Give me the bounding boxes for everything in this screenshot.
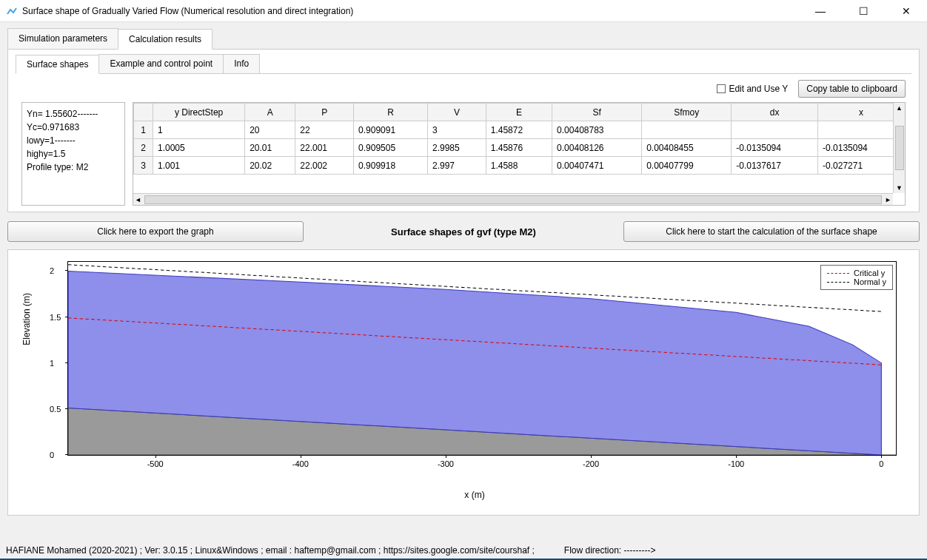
scroll-up-icon[interactable]: ▲ (894, 103, 904, 113)
table-row[interactable]: 1120220.90909131.458720.00408783 (134, 121, 905, 139)
table-cell[interactable]: 22.001 (295, 139, 354, 157)
chart-area: Elevation (m) Critical y Normal y 00.511… (45, 261, 904, 470)
table-cell[interactable]: 0.909918 (354, 157, 428, 175)
table-cell[interactable]: 3 (428, 121, 486, 139)
table-cell[interactable]: 0.00408783 (552, 121, 642, 139)
chart-toolbar: Click here to export the graph Surface s… (7, 221, 920, 242)
chart-svg (68, 262, 896, 455)
start-calculation-button[interactable]: Click here to start the calculation of t… (623, 221, 920, 242)
table-cell[interactable]: 1 (134, 121, 153, 139)
table-cell[interactable] (732, 121, 818, 139)
chart-title: Surface shapes of gvf (type M2) (311, 226, 616, 237)
col-header[interactable]: A (245, 104, 295, 121)
table-cell[interactable]: -0.0135094 (732, 139, 818, 157)
table-cell[interactable]: -0.0135094 (818, 139, 905, 157)
edit-use-y-checkbox[interactable]: Edit and Use Y (717, 84, 788, 94)
y-tick: 2 (50, 266, 54, 275)
chart-panel: Elevation (m) Critical y Normal y 00.511… (7, 249, 920, 516)
window-buttons: — ☐ ✕ (806, 1, 921, 21)
table-cell[interactable]: 1.4588 (486, 157, 552, 175)
legend-label: Normal y (854, 277, 886, 286)
table-cell[interactable]: 0.00407471 (552, 157, 642, 175)
tab-calculation-results[interactable]: Calculation results (118, 29, 212, 50)
col-header[interactable]: Sfmoy (642, 104, 732, 121)
col-header[interactable]: V (428, 104, 486, 121)
app-icon (6, 5, 18, 17)
x-tick: -500 (147, 459, 164, 468)
table-cell[interactable]: 1.001 (153, 157, 245, 175)
col-header[interactable]: x (818, 104, 905, 121)
scroll-left-icon[interactable]: ◄ (133, 195, 143, 205)
minimize-button[interactable]: — (806, 1, 835, 21)
x-tick: -300 (438, 459, 454, 468)
col-header[interactable]: y DirectStep (153, 104, 245, 121)
results-table[interactable]: y DirectStep A P R V E Sf Sfmoy dx x 112… (133, 103, 905, 175)
table-cell[interactable]: 1.45876 (486, 139, 552, 157)
col-header[interactable]: dx (732, 104, 818, 121)
table-row[interactable]: 31.00120.0222.0020.9099182.9971.45880.00… (134, 157, 905, 175)
table-cell[interactable]: -0.027271 (818, 157, 905, 175)
subtab-surface-shapes[interactable]: Surface shapes (16, 55, 99, 74)
y-axis-label: Elevation (m) (21, 292, 32, 345)
table-toolbar: Edit and Use Y Copy table to clipboard (8, 74, 919, 102)
edit-use-y-label: Edit and Use Y (729, 84, 788, 94)
col-header[interactable]: R (354, 104, 428, 121)
table-cell[interactable]: 0.00407799 (642, 157, 732, 175)
table-cell[interactable]: 1 (153, 121, 245, 139)
table-cell[interactable]: 0.00408126 (552, 139, 642, 157)
y-tick: 1 (50, 359, 54, 368)
info-line: highy=1.5 (27, 147, 120, 161)
table-cell[interactable]: 2.997 (428, 157, 486, 175)
table-cell[interactable]: 1.0005 (153, 139, 245, 157)
col-header[interactable]: Sf (552, 104, 642, 121)
results-table-wrap: y DirectStep A P R V E Sf Sfmoy dx x 112… (133, 102, 906, 206)
titlebar: Surface shape of Gradually Varied Flow (… (0, 0, 927, 22)
scroll-thumb[interactable] (895, 126, 904, 170)
table-row[interactable]: 21.000520.0122.0010.9095052.99851.458760… (134, 139, 905, 157)
table-cell[interactable]: 20 (245, 121, 295, 139)
plot-area[interactable]: Critical y Normal y 00.511.52-500-400-30… (67, 261, 897, 456)
table-cell[interactable]: 2 (134, 139, 153, 157)
close-button[interactable]: ✕ (891, 1, 921, 21)
table-cell[interactable]: -0.0137617 (732, 157, 818, 175)
legend-line-normal (827, 282, 849, 283)
sub-tabs: Surface shapes Example and control point… (16, 54, 911, 74)
status-left: HAFIANE Mohamed (2020-2021) ; Ver: 3.0.1… (6, 545, 535, 556)
copy-table-button[interactable]: Copy table to clipboard (798, 80, 906, 98)
y-tick: 0.5 (50, 405, 61, 414)
col-header[interactable]: P (295, 104, 354, 121)
table-cell[interactable]: 22 (295, 121, 354, 139)
table-cell[interactable]: 0.00408455 (642, 139, 732, 157)
table-cell[interactable] (642, 121, 732, 139)
x-tick: 0 (879, 459, 883, 468)
window-title: Surface shape of Gradually Varied Flow (… (22, 6, 806, 16)
table-cell[interactable]: 20.02 (245, 157, 295, 175)
table-cell[interactable]: 22.002 (295, 157, 354, 175)
table-cell[interactable] (818, 121, 905, 139)
table-cell[interactable]: 1.45872 (486, 121, 552, 139)
col-rownum (134, 104, 153, 121)
status-bar: HAFIANE Mohamed (2020-2021) ; Ver: 3.0.1… (6, 545, 921, 556)
results-panel: Surface shapes Example and control point… (7, 50, 920, 212)
subtab-info[interactable]: Info (223, 54, 260, 73)
status-right: Flow direction: ---------> (564, 545, 656, 556)
horizontal-scrollbar[interactable]: ◄ ► (133, 193, 893, 205)
tab-simulation-parameters[interactable]: Simulation parameters (7, 28, 118, 49)
table-cell[interactable]: 3 (134, 157, 153, 175)
maximize-button[interactable]: ☐ (849, 1, 878, 21)
scroll-thumb[interactable] (144, 195, 882, 204)
table-cell[interactable]: 2.9985 (428, 139, 486, 157)
scroll-right-icon[interactable]: ► (883, 195, 893, 205)
legend-label: Critical y (854, 269, 885, 277)
table-cell[interactable]: 20.01 (245, 139, 295, 157)
vertical-scrollbar[interactable]: ▲ ▼ (893, 103, 905, 193)
checkbox-icon (717, 84, 726, 93)
table-cell[interactable]: 0.909091 (354, 121, 428, 139)
subtab-example-control-point[interactable]: Example and control point (98, 54, 224, 73)
table-cell[interactable]: 0.909505 (354, 139, 428, 157)
col-header[interactable]: E (486, 104, 552, 121)
info-line: Yn= 1.55602------- (27, 107, 120, 121)
info-line: lowy=1------- (27, 134, 120, 147)
scroll-down-icon[interactable]: ▼ (894, 183, 904, 193)
export-graph-button[interactable]: Click here to export the graph (7, 221, 304, 242)
